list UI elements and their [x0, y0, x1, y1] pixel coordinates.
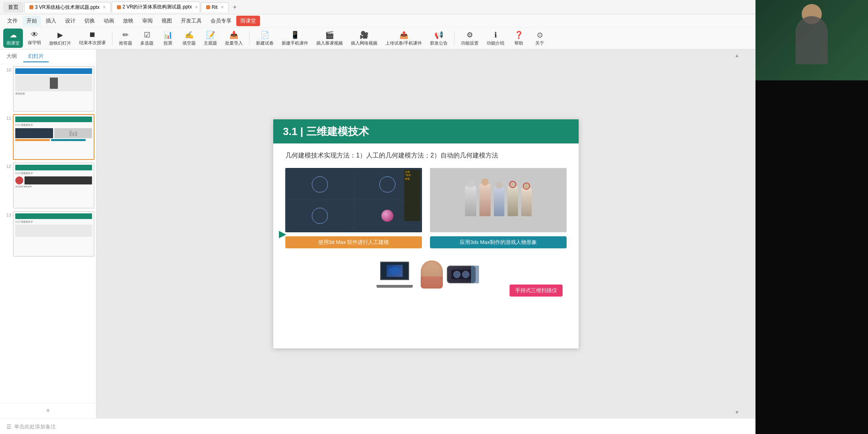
toolbar-settings-label: 功能设置	[461, 40, 479, 46]
menu-design[interactable]: 设计	[61, 16, 80, 26]
scan-head	[421, 260, 443, 289]
slide-images-row: 设置"球体"参数 使用3d Max 软件进行人工建模	[285, 168, 567, 248]
slide-thumb-13[interactable]: 3.1三维建模技术	[13, 211, 94, 257]
toolbar-web-video[interactable]: 🎥 插入网络视频	[348, 29, 381, 48]
toolbar-mobile-label: 新建手机课件	[282, 40, 308, 46]
slide-item-12[interactable]: 12 3.1三维建模技术 远程场景 最终效果	[2, 162, 94, 208]
webcam-person	[796, 16, 828, 64]
vr-lens-l	[453, 271, 461, 278]
thumb-text-13: 3.1三维建模技术	[15, 220, 92, 224]
slide-thumb-10[interactable]: 系统框架	[13, 66, 94, 112]
slide-subtitle: 几何建模技术实现方法：1）人工的几何建模方法；2）自动的几何建模方法	[285, 151, 567, 160]
thumb-content	[15, 75, 92, 91]
slide-num-10: 10	[2, 66, 11, 72]
toolbar-vote[interactable]: 📊 投票	[158, 29, 178, 48]
menu-slideshow[interactable]: 放映	[119, 16, 137, 26]
menu-home[interactable]: 开始	[23, 16, 41, 26]
circle-2	[379, 176, 395, 192]
tab-1-label: 3 VR系统核心技术测试题.pptx	[35, 4, 100, 11]
scroll-down-indicator[interactable]: ▼	[735, 409, 739, 415]
toolbar-announce[interactable]: 📢 群发公告	[427, 29, 451, 48]
viewport-bl	[286, 201, 354, 232]
toolbar-about[interactable]: ⊙ 关于	[530, 29, 549, 48]
thumb-text: 系统框架	[15, 92, 92, 96]
menu-file[interactable]: 文件	[3, 16, 22, 26]
tab-3[interactable]: Rit ×	[201, 2, 229, 12]
menu-review[interactable]: 审阅	[138, 16, 157, 26]
scroll-up-indicator[interactable]: ▲	[735, 53, 739, 58]
webcam-area	[755, 0, 868, 434]
menu-yuketang[interactable]: 雨课堂	[236, 16, 260, 26]
new-tab-button[interactable]: +	[229, 2, 240, 12]
vr-headset-container	[447, 266, 476, 283]
toolbar-quiz[interactable]: ✏ 抢答题	[116, 29, 135, 48]
toolbar-multi[interactable]: ☑ 多选题	[137, 29, 157, 48]
toolbar-slideshow[interactable]: ▶ 放映幻灯片	[46, 29, 74, 48]
thumb-text-12: 3.1三维建模技术	[15, 172, 92, 175]
person-body	[796, 16, 828, 64]
toolbar-mobile[interactable]: 📱 新建手机课件	[278, 29, 311, 48]
toolbar-presenter-label: 保守明	[28, 40, 41, 46]
home-tab[interactable]: 首页	[3, 2, 23, 12]
slide-num-13: 13	[2, 211, 11, 217]
vr-lens-r	[462, 271, 469, 278]
main-layout: 大纲 幻灯片 10 系统框架	[0, 49, 868, 418]
toolbar-presenter[interactable]: 👁 保守明	[25, 29, 44, 48]
toolbar-intro[interactable]: ℹ 功能介绍	[483, 29, 508, 48]
tab-2-close[interactable]: ×	[195, 4, 198, 10]
toolbar-newtest[interactable]: 📄 新建试卷	[253, 29, 277, 48]
tab-outline[interactable]: 大纲	[2, 51, 22, 62]
notes-placeholder: 单击此处添加备注	[14, 423, 56, 430]
menu-insert[interactable]: 插入	[42, 16, 60, 26]
tab-1[interactable]: 3 VR系统核心技术测试题.pptx ×	[24, 2, 111, 12]
webcam-dark-area	[755, 80, 868, 434]
slide-item-10[interactable]: 10 系统框架	[2, 66, 94, 112]
thumb-header	[15, 68, 92, 74]
tab-2[interactable]: 2 VR的计算体系统构测试题.pptx ×	[112, 2, 200, 12]
slide-thumb-12[interactable]: 3.1三维建模技术 远程场景 最终效果	[13, 162, 94, 208]
tab-1-close[interactable]: ×	[103, 4, 106, 10]
tab-3-close[interactable]: ×	[221, 4, 223, 10]
toolbar-about-label: 关于	[535, 40, 544, 46]
char-1	[465, 186, 476, 216]
img-label-1: 使用3d Max 软件进行人工建模	[285, 236, 422, 248]
toolbar-help-label: 帮助	[514, 40, 523, 46]
toolbar-newtest-label: 新建试卷	[256, 40, 274, 46]
slide-item-11[interactable]: 11 3.1三维建模技术	[2, 114, 94, 160]
char-4	[508, 186, 518, 216]
toolbar-yuketang[interactable]: ☁ 雨课堂	[3, 29, 23, 48]
tab-slides[interactable]: 幻灯片	[23, 51, 49, 62]
toolbar-batch[interactable]: 📥 批量导入	[222, 29, 246, 48]
toolbar-subj[interactable]: 📝 主观题	[201, 29, 220, 48]
toolbar-fill[interactable]: ✍ 填空题	[179, 29, 199, 48]
notes-icon: ☰	[6, 424, 12, 430]
content-area: ▲ 3.1 | 三维建模技术 ▶ 几何建模技术实现方法：1）人工的几何建模方法；…	[96, 49, 755, 418]
slide-num-11: 11	[2, 114, 11, 121]
toolbar-batch-label: 批量导入	[225, 40, 243, 46]
toolbar-mooc[interactable]: 🎬 插入慕课视频	[313, 29, 346, 48]
toolbar-settings[interactable]: ⚙ 功能设置	[458, 29, 482, 48]
toolbar-subj-label: 主观题	[204, 40, 217, 46]
menu-animation[interactable]: 动画	[100, 16, 118, 26]
slide-item-13[interactable]: 13 3.1三维建模技术	[2, 211, 94, 257]
toolbar-end[interactable]: ⏹ 结束本次授课	[76, 29, 109, 48]
tab-dot-3	[206, 5, 210, 9]
slide-canvas: 3.1 | 三维建模技术 ▶ 几何建模技术实现方法：1）人工的几何建模方法；2）…	[273, 119, 579, 348]
char-2	[479, 184, 491, 216]
menu-dev[interactable]: 开发工具	[177, 16, 206, 26]
notes-bar[interactable]: ☰ 单击此处添加备注	[0, 418, 868, 434]
menu-bar: 文件 开始 插入 设计 切换 动画 放映 审阅 视图 开发工具 会员专享 雨课堂…	[0, 14, 868, 27]
slide-body: 几何建模技术实现方法：1）人工的几何建模方法；2）自动的几何建模方法	[273, 143, 579, 297]
slide-title-bar: 3.1 | 三维建模技术	[273, 119, 579, 143]
menu-member[interactable]: 会员专享	[207, 16, 235, 26]
vr-lenses	[451, 270, 471, 279]
toolbar-upload[interactable]: 📤 上传试卷/手机课件	[382, 29, 425, 48]
slide-thumb-11[interactable]: 3.1三维建模技术	[13, 114, 94, 160]
menu-view[interactable]: 视图	[158, 16, 176, 26]
menu-transition[interactable]: 切换	[80, 16, 99, 26]
toolbar-yuketang-label: 雨课堂	[6, 40, 20, 46]
circle-1	[312, 176, 328, 192]
toolbar-help[interactable]: ❓ 帮助	[509, 29, 528, 48]
add-slide-button[interactable]: +	[0, 403, 96, 418]
toolbar-slideshow-label: 放映幻灯片	[49, 40, 71, 46]
